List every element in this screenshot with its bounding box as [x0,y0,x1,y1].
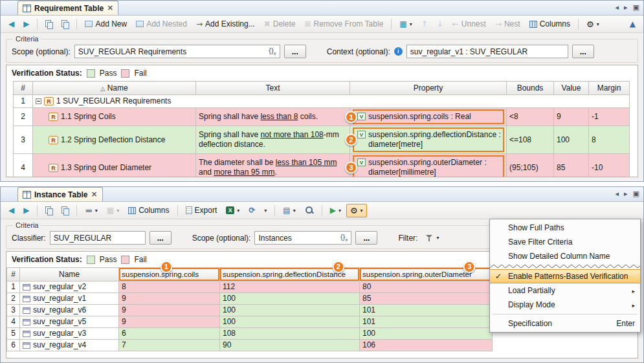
requirement-root-row[interactable]: 1 1 SUV_REGULAR Requirements [14,95,630,108]
col-header-coils[interactable]: suspension.spring.coils1 [119,268,220,281]
deflection-value-cell[interactable]: 100 [220,305,360,316]
col-header-text[interactable]: Text [196,82,350,95]
name-cell[interactable]: suv_regular_v2 [20,281,119,293]
outer-diameter-value-cell[interactable]: 106 [360,340,493,351]
coils-value-cell[interactable]: 9 [119,316,220,328]
outer-diameter-value-cell[interactable]: 80 [360,281,493,293]
text-cell[interactable]: Spring shall have less than 8 coils. [196,108,350,126]
scroll-right-icon[interactable] [624,190,628,198]
unnest-button[interactable]: Unnest [449,17,490,31]
highlighted-property-box[interactable]: 2 suspension.spring.deflectionDistance :… [353,127,504,152]
collapse-panel-button[interactable] [626,17,639,31]
highlighted-property-box[interactable]: 1 suspension.spring.coils : Real [353,109,504,124]
requirement-row[interactable]: 3 1.2 Spring Deflection Distance Spring … [14,126,630,154]
copy-special-button[interactable] [58,204,72,217]
root-name-cell[interactable]: 1 SUV_REGULAR Requirements [33,95,630,108]
view-mode-button[interactable] [279,204,299,217]
close-icon[interactable] [107,4,113,12]
scope-browse-button[interactable]: ... [284,45,306,58]
coils-value-cell[interactable]: 9 [119,293,220,305]
classifier-input[interactable]: SUV_REGULAR [50,231,146,245]
outer-diameter-value-cell[interactable]: 101 [360,316,493,328]
highlighted-property-box[interactable]: 3 suspension.spring.outerDiameter : diam… [353,155,504,177]
col-header-property[interactable]: Property [350,82,507,95]
export-button[interactable]: Export [182,203,221,217]
requirement-row[interactable]: 2 1.1 Spring Coils Spring shall have les… [14,108,630,126]
col-header-name[interactable]: Name [20,268,119,281]
name-cell[interactable]: suv_regular_v1 [20,293,119,305]
margin-cell[interactable]: -1 [589,108,630,126]
copy-special-button[interactable] [58,17,72,30]
add-nested-button[interactable]: Add Nested [132,17,191,31]
menu-item-show-detailed-column-name[interactable]: Show Detailed Column Name [490,249,640,263]
margin-cell[interactable]: -10 [589,154,630,178]
value-cell[interactable]: 85 [554,154,589,178]
name-cell[interactable]: suv_regular_v5 [20,316,119,328]
outer-diameter-value-cell[interactable]: 85 [360,293,493,305]
col-header-deflection[interactable]: suspension.spring.deflectionDistance2 [220,268,360,281]
remove-row-button[interactable] [81,204,101,217]
back-button[interactable] [5,17,18,31]
text-cell[interactable]: Spring shall have not more than 108-mm d… [196,126,350,154]
name-cell[interactable]: 1.3 Spring Outer Diameter [33,154,196,178]
property-cell[interactable]: 2 suspension.spring.deflectionDistance :… [350,126,507,154]
refresh-button[interactable] [245,204,259,217]
back-button[interactable] [5,204,18,217]
scope-browse-button[interactable]: ... [355,231,377,245]
options-gear-button[interactable] [346,204,367,217]
forward-button[interactable] [19,17,33,31]
forward-button[interactable] [19,204,33,217]
nest-button[interactable]: Nest [491,17,524,31]
scroll-left-icon[interactable] [616,190,619,198]
classifier-browse-button[interactable]: ... [150,231,172,245]
move-row-button[interactable] [103,204,123,217]
tab-requirement-table[interactable]: Requirement Table [17,1,118,15]
context-input[interactable]: suv_regular_v1 : SUV_REGULAR [406,45,568,58]
filter-button[interactable] [421,232,443,245]
value-cell[interactable]: 100 [554,126,589,154]
delete-button[interactable]: Delete [260,17,300,31]
copy-button[interactable] [41,204,56,217]
name-cell[interactable]: 1.1 Spring Coils [33,108,196,126]
menu-item-display-mode[interactable]: Display Mode [490,298,640,312]
deflection-value-cell[interactable]: 112 [220,281,360,293]
verify-run-button[interactable] [326,204,345,217]
deflection-value-cell[interactable]: 108 [220,328,360,340]
property-cell[interactable]: 3 suspension.spring.outerDiameter : diam… [350,154,507,178]
scroll-left-icon[interactable] [616,3,619,12]
add-new-button[interactable]: Add New [81,17,131,31]
coils-value-cell[interactable]: 8 [119,281,220,293]
deflection-value-cell[interactable]: 100 [220,316,360,328]
scope-input[interactable]: SUV_REGULAR Requirements [74,45,280,58]
col-header-value[interactable]: Value [554,82,589,95]
name-cell[interactable]: suv_regular_v4 [20,340,119,351]
col-header-num[interactable]: # [7,268,20,281]
coils-value-cell[interactable]: 9 [119,305,220,316]
refresh-options-button[interactable] [260,205,271,216]
close-icon[interactable] [91,190,97,199]
options-gear-button[interactable] [583,17,603,31]
move-up-button[interactable] [417,17,432,31]
add-existing-button[interactable]: Add Existing... [192,17,259,31]
bounds-cell[interactable]: (95;105) [507,154,554,178]
col-header-margin[interactable]: Margin [589,82,630,95]
name-cell[interactable]: suv_regular_v3 [20,328,119,340]
menu-item-specification[interactable]: SpecificationEnter [490,316,640,331]
menu-item-load-partially[interactable]: Load Partially [490,283,640,298]
columns-button[interactable]: Columns [124,203,173,217]
col-header-bounds[interactable]: Bounds [507,82,554,95]
remove-from-table-button[interactable]: Remove From Table [300,17,387,31]
requirement-row[interactable]: 4 1.3 Spring Outer Diameter The diameter… [14,154,630,178]
instance-row[interactable]: 5 suv_regular_v3 6 108 100 [7,328,493,340]
scope-input[interactable]: Instances [254,231,351,245]
collapse-expander-icon[interactable] [36,98,41,104]
outer-diameter-value-cell[interactable]: 101 [360,305,493,316]
maximize-icon[interactable] [633,3,639,12]
instance-row[interactable]: 6 suv_regular_v4 7 90 106 [7,340,493,351]
text-cell[interactable]: The diameter shall be less than 105 mm a… [196,154,350,178]
scroll-right-icon[interactable] [624,3,628,12]
maximize-icon[interactable] [633,190,639,198]
coils-value-cell[interactable]: 7 [119,340,220,351]
name-cell[interactable]: suv_regular_v6 [20,305,119,316]
col-header-name[interactable]: Name [33,82,196,95]
